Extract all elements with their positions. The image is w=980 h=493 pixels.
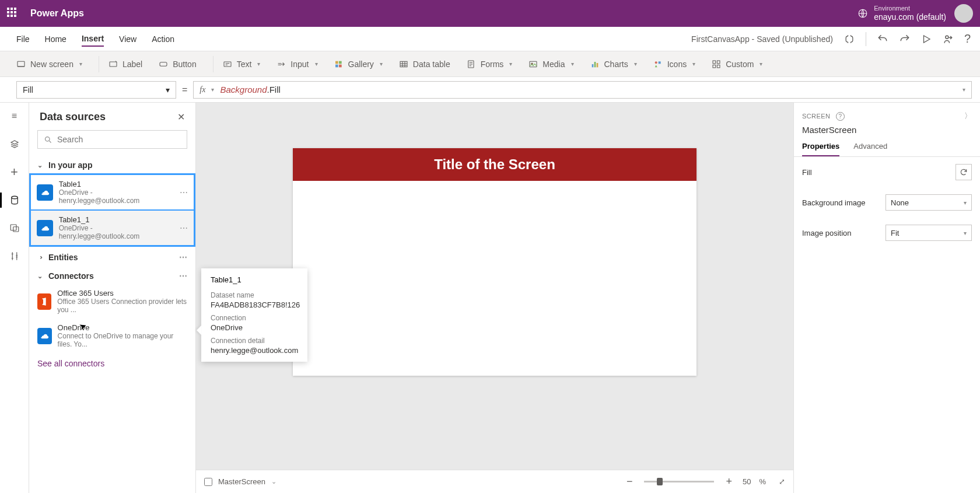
text-dropdown[interactable]: Text▾ (223, 60, 261, 69)
menu-home[interactable]: Home (45, 32, 66, 46)
onedrive-icon (37, 184, 53, 201)
data-table-button[interactable]: Data table (399, 60, 450, 69)
new-screen-button[interactable]: New screen▾ (16, 60, 82, 69)
svg-rect-4 (160, 62, 167, 66)
divider (866, 32, 866, 46)
input-dropdown[interactable]: Input▾ (276, 60, 317, 69)
search-field[interactable] (57, 135, 181, 144)
screen-select-checkbox[interactable] (204, 478, 212, 486)
close-icon[interactable]: ✕ (177, 111, 185, 123)
more-icon[interactable]: ⋯ (179, 271, 187, 281)
svg-rect-9 (339, 64, 342, 67)
prop-imgpos-select[interactable]: Fit▾ (886, 225, 972, 241)
more-icon[interactable]: ⋯ (180, 223, 188, 233)
selected-data-sources: Table1OneDrive - henry.legge@outlook.com… (29, 173, 195, 247)
share-icon[interactable] (942, 33, 954, 45)
connector-item[interactable]: OneDriveConnect to OneDrive to manage yo… (29, 319, 195, 353)
chevron-down-icon: ▾ (760, 61, 762, 67)
svg-rect-14 (592, 64, 593, 67)
section-in-your-app[interactable]: ⌄ In your app (29, 155, 195, 173)
divider (213, 56, 214, 72)
svg-point-26 (46, 137, 50, 141)
avatar[interactable] (954, 4, 973, 23)
svg-rect-3 (110, 62, 117, 67)
fit-to-screen-icon[interactable]: ⤢ (779, 477, 785, 486)
chevron-down-icon: ⌄ (37, 272, 43, 280)
menu-action[interactable]: Action (152, 32, 174, 46)
media-rail-icon[interactable] (8, 222, 21, 235)
chevron-down-icon[interactable]: ⌄ (271, 478, 276, 485)
chevron-down-icon: ▾ (692, 61, 695, 67)
label-button[interactable]: Label (108, 60, 142, 69)
add-icon[interactable]: + (8, 166, 21, 179)
charts-dropdown[interactable]: Charts▾ (590, 60, 637, 69)
more-icon[interactable]: ⋯ (179, 253, 187, 262)
media-dropdown[interactable]: Media▾ (528, 60, 573, 69)
canvas-screen[interactable]: Title of the Screen (293, 148, 696, 376)
svg-rect-18 (658, 61, 660, 64)
app-checker-icon[interactable] (844, 33, 855, 45)
formula-bar: Fill ▾ = fx ▾ Background.Fill ▾ (0, 77, 980, 103)
icons-dropdown[interactable]: Icons▾ (653, 60, 695, 69)
svg-rect-10 (400, 61, 407, 67)
properties-panel: SCREEN ? 〉 MasterScreen Properties Advan… (793, 103, 980, 493)
play-icon[interactable] (921, 34, 932, 44)
equals-label: = (182, 85, 187, 95)
data-source-item[interactable]: Table1_1OneDrive - henry.legge@outlook.c… (31, 209, 194, 245)
chevron-down-icon: ▾ (964, 200, 967, 206)
data-panel-title: Data sources (40, 111, 106, 123)
chevron-right-icon: ⌄ (36, 255, 44, 260)
button-button[interactable]: Button (159, 60, 196, 69)
insert-icon[interactable] (8, 138, 21, 151)
left-rail: ≡ + (0, 103, 29, 493)
menu-view[interactable]: View (119, 32, 136, 46)
insert-ribbon: New screen▾ Label Button Text▾ Input▾ Ga… (0, 51, 980, 77)
environment-value: enayu.com (default) (874, 12, 946, 22)
tools-icon[interactable] (8, 250, 21, 263)
svg-rect-20 (718, 61, 720, 64)
menu-file[interactable]: File (16, 32, 30, 46)
undo-icon[interactable] (877, 33, 888, 45)
svg-point-23 (11, 196, 18, 199)
environment-picker[interactable]: Environment enayu.com (default) (858, 5, 946, 22)
waffle-icon[interactable] (7, 8, 19, 19)
tab-advanced[interactable]: Advanced (853, 142, 887, 156)
redo-icon[interactable] (899, 33, 911, 45)
formula-input[interactable]: fx ▾ Background.Fill ▾ (193, 81, 972, 99)
menu-insert[interactable]: Insert (82, 32, 104, 47)
chevron-down-icon: ▾ (257, 61, 260, 67)
svg-rect-19 (713, 61, 716, 64)
zoom-out-button[interactable]: − (626, 475, 633, 488)
section-entities[interactable]: ⌄ Entities ⋯ (29, 247, 195, 265)
divider (99, 56, 99, 72)
svg-rect-16 (596, 63, 598, 67)
chevron-down-icon[interactable]: ▾ (963, 86, 965, 93)
fill-refresh-button[interactable] (956, 164, 972, 180)
chevron-down-icon: ▾ (211, 86, 214, 93)
prop-bgimage-select[interactable]: None▾ (886, 194, 972, 211)
see-all-connectors-link[interactable]: See all connectors (29, 353, 195, 374)
prop-fill-label: Fill (802, 168, 812, 177)
data-search-input[interactable] (37, 130, 187, 149)
chevron-down-icon: ⌄ (37, 162, 43, 169)
more-icon[interactable]: ⋯ (180, 188, 188, 197)
connector-item[interactable]: Office 365 UsersOffice 365 Users Connect… (29, 284, 195, 319)
zoom-in-button[interactable]: + (726, 475, 732, 488)
data-source-item[interactable]: Table1OneDrive - henry.legge@outlook.com… (31, 175, 194, 209)
office365-icon (37, 293, 51, 310)
forms-dropdown[interactable]: Forms▾ (467, 60, 513, 69)
property-selector[interactable]: Fill ▾ (16, 81, 176, 99)
help-icon[interactable]: ? (964, 32, 971, 46)
chevron-right-icon[interactable]: 〉 (964, 111, 972, 121)
svg-rect-8 (335, 64, 338, 67)
onedrive-icon (37, 220, 53, 236)
tab-properties[interactable]: Properties (802, 142, 839, 156)
section-connectors[interactable]: ⌄ Connectors ⋯ (29, 265, 195, 284)
custom-dropdown[interactable]: Custom▾ (712, 60, 762, 69)
onedrive-icon (37, 328, 52, 344)
zoom-slider[interactable] (644, 481, 714, 482)
help-icon[interactable]: ? (836, 112, 845, 121)
gallery-dropdown[interactable]: Gallery▾ (334, 60, 383, 69)
data-icon[interactable] (8, 194, 21, 207)
tree-view-icon[interactable]: ≡ (8, 110, 21, 123)
